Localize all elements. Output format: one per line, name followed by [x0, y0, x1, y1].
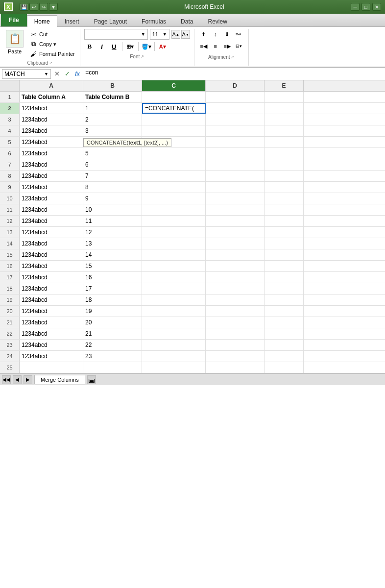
- col-header-a[interactable]: A: [20, 80, 83, 91]
- font-size-decrease-button[interactable]: A▼: [181, 30, 190, 39]
- cell-e11[interactable]: [265, 204, 304, 215]
- cell-d7[interactable]: [206, 159, 265, 170]
- cell-b8[interactable]: 7: [83, 171, 142, 181]
- cell-e12[interactable]: [265, 216, 304, 226]
- cell-b4[interactable]: 3: [83, 125, 142, 136]
- cell-c3[interactable]: [142, 114, 206, 125]
- cell-a18[interactable]: 1234abcd: [20, 283, 83, 294]
- cell-a7[interactable]: 1234abcd: [20, 159, 83, 170]
- cell-a22[interactable]: 1234abcd: [20, 328, 83, 339]
- sheet-nav-prev-button[interactable]: ◀: [13, 375, 22, 384]
- copy-button[interactable]: ⧉ Copy ▾: [28, 40, 76, 49]
- align-center-button[interactable]: ≡: [210, 41, 221, 51]
- cell-c25[interactable]: [142, 362, 206, 373]
- maximize-button[interactable]: □: [361, 3, 370, 11]
- cell-a23[interactable]: 1234abcd: [20, 340, 83, 350]
- font-size-increase-button[interactable]: A▲: [171, 30, 180, 39]
- tab-review[interactable]: Review: [200, 15, 234, 27]
- cell-d9[interactable]: [206, 182, 265, 193]
- cell-d11[interactable]: [206, 204, 265, 215]
- cell-d24[interactable]: [206, 351, 265, 362]
- paste-button[interactable]: 📋 Paste: [4, 29, 25, 55]
- cell-a20[interactable]: 1234abcd: [20, 306, 83, 317]
- cell-e15[interactable]: [265, 249, 304, 260]
- cell-a1[interactable]: Table Column A: [20, 92, 83, 102]
- cell-c14[interactable]: [142, 238, 206, 249]
- cell-d8[interactable]: [206, 171, 265, 181]
- cell-b13[interactable]: 12: [83, 227, 142, 238]
- sheet-nav-next-button[interactable]: ▶: [24, 375, 32, 384]
- col-header-c[interactable]: C: [142, 80, 206, 91]
- cell-c9[interactable]: [142, 182, 206, 193]
- align-left-button[interactable]: ≡◀: [198, 41, 209, 51]
- cell-a12[interactable]: 1234abcd: [20, 216, 83, 226]
- cell-a11[interactable]: 1234abcd: [20, 204, 83, 215]
- cell-e17[interactable]: [265, 272, 304, 283]
- cell-d16[interactable]: [206, 261, 265, 271]
- cell-d23[interactable]: [206, 340, 265, 350]
- cell-d5[interactable]: [206, 137, 265, 147]
- cell-e14[interactable]: [265, 238, 304, 249]
- font-color-button[interactable]: A▾: [157, 41, 168, 52]
- tab-page-layout[interactable]: Page Layout: [87, 15, 134, 27]
- format-painter-button[interactable]: 🖌 Format Painter: [28, 49, 76, 58]
- cell-e24[interactable]: [265, 351, 304, 362]
- cell-e16[interactable]: [265, 261, 304, 271]
- cell-a14[interactable]: 1234abcd: [20, 238, 83, 249]
- cell-c11[interactable]: [142, 204, 206, 215]
- cell-d20[interactable]: [206, 306, 265, 317]
- cell-c12[interactable]: [142, 216, 206, 226]
- merge-center-button[interactable]: ⊟▾: [234, 41, 244, 51]
- cell-d14[interactable]: [206, 238, 265, 249]
- cell-a25[interactable]: [20, 362, 83, 373]
- italic-button[interactable]: I: [96, 41, 107, 52]
- cell-b10[interactable]: 9: [83, 193, 142, 204]
- insert-sheet-button[interactable]: 🖴: [87, 375, 96, 384]
- cell-e19[interactable]: [265, 294, 304, 305]
- cell-a16[interactable]: 1234abcd: [20, 261, 83, 271]
- underline-button[interactable]: U: [109, 41, 120, 52]
- cancel-formula-button[interactable]: ✕: [53, 70, 61, 77]
- cell-a21[interactable]: 1234abcd: [20, 317, 83, 328]
- cell-d6[interactable]: [206, 148, 265, 159]
- cell-d18[interactable]: [206, 283, 265, 294]
- cell-b2[interactable]: 1: [83, 103, 142, 114]
- wrap-text-button[interactable]: ≡↵: [234, 29, 244, 40]
- cell-a8[interactable]: 1234abcd: [20, 171, 83, 181]
- borders-button[interactable]: ⊞▾: [125, 41, 136, 52]
- cell-e10[interactable]: [265, 193, 304, 204]
- font-size-selector[interactable]: 11 ▼: [150, 29, 169, 40]
- cell-b24[interactable]: 23: [83, 351, 142, 362]
- close-button[interactable]: ✕: [372, 3, 381, 11]
- cell-b14[interactable]: 13: [83, 238, 142, 249]
- cell-e2[interactable]: [265, 103, 304, 114]
- cell-e7[interactable]: [265, 159, 304, 170]
- cell-c7[interactable]: [142, 159, 206, 170]
- cell-c16[interactable]: [142, 261, 206, 271]
- undo-button[interactable]: ↩: [29, 3, 38, 11]
- cell-d25[interactable]: [206, 362, 265, 373]
- col-header-d[interactable]: D: [206, 80, 265, 91]
- cell-a3[interactable]: 1234abcd: [20, 114, 83, 125]
- cell-c21[interactable]: [142, 317, 206, 328]
- cell-e20[interactable]: [265, 306, 304, 317]
- formula-input[interactable]: =con: [83, 69, 383, 79]
- name-box[interactable]: MATCH ▼: [2, 69, 51, 79]
- cell-b22[interactable]: 21: [83, 328, 142, 339]
- cell-a13[interactable]: 1234abcd: [20, 227, 83, 238]
- cell-d13[interactable]: [206, 227, 265, 238]
- cell-c4[interactable]: [142, 125, 206, 136]
- cell-b15[interactable]: 14: [83, 249, 142, 260]
- tab-file[interactable]: File: [1, 14, 27, 26]
- cell-e25[interactable]: [265, 362, 304, 373]
- redo-button[interactable]: ↪: [39, 3, 48, 11]
- cell-b16[interactable]: 15: [83, 261, 142, 271]
- cell-c10[interactable]: [142, 193, 206, 204]
- cell-c18[interactable]: [142, 283, 206, 294]
- cell-d21[interactable]: [206, 317, 265, 328]
- cell-c20[interactable]: [142, 306, 206, 317]
- fill-color-button[interactable]: 🪣▾: [141, 41, 152, 52]
- align-middle-button[interactable]: ↕: [210, 29, 221, 40]
- cell-c8[interactable]: [142, 171, 206, 181]
- cell-b12[interactable]: 11: [83, 216, 142, 226]
